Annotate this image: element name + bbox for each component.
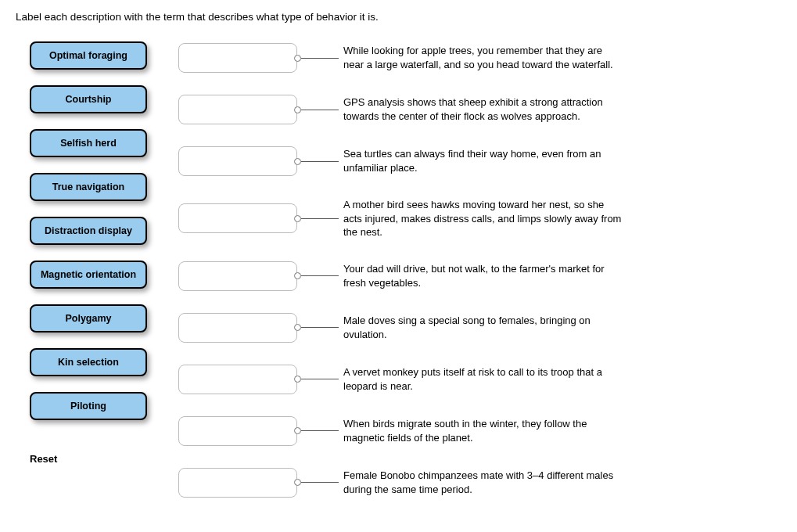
- connector-dot-icon: [294, 106, 301, 113]
- connector: [297, 479, 339, 486]
- connector-line-icon: [301, 58, 339, 59]
- match-row: GPS analysis shows that sheep exhibit a …: [178, 95, 781, 124]
- connector-line-icon: [301, 482, 339, 483]
- connector-dot-icon: [294, 324, 301, 331]
- description-text: Sea turtles can always find their way ho…: [339, 147, 625, 174]
- description-text: Male doves sing a special song to female…: [339, 314, 625, 341]
- drop-slot[interactable]: [178, 43, 297, 73]
- connector-line-icon: [301, 327, 339, 328]
- match-row: Sea turtles can always find their way ho…: [178, 146, 781, 176]
- description-text: A mother bird sees hawks moving toward h…: [339, 198, 625, 239]
- description-text: A vervet monkey puts itself at risk to c…: [339, 365, 625, 393]
- connector-dot-icon: [294, 376, 301, 383]
- reset-button[interactable]: Reset: [30, 453, 178, 465]
- matching-exercise: Label each description with the term tha…: [0, 0, 797, 513]
- connector-dot-icon: [294, 215, 301, 222]
- connector: [297, 158, 339, 165]
- drop-slot[interactable]: [178, 468, 297, 498]
- match-row: A mother bird sees hawks moving toward h…: [178, 198, 781, 239]
- term-chip[interactable]: Courtship: [30, 85, 147, 113]
- term-chip[interactable]: Distraction display: [30, 217, 147, 245]
- connector-dot-icon: [294, 427, 301, 434]
- drop-slot[interactable]: [178, 146, 297, 176]
- drop-slot[interactable]: [178, 95, 297, 124]
- connector-line-icon: [301, 379, 339, 379]
- connector: [297, 427, 339, 434]
- connector: [297, 376, 339, 383]
- connector-dot-icon: [294, 55, 301, 62]
- description-text: While looking for apple trees, you remem…: [339, 44, 625, 71]
- description-text: When birds migrate south in the winter, …: [339, 417, 625, 444]
- connector: [297, 324, 339, 331]
- description-text: Your dad will drive, but not walk, to th…: [339, 262, 625, 289]
- description-text: GPS analysis shows that sheep exhibit a …: [339, 95, 625, 123]
- drop-slot[interactable]: [178, 416, 297, 446]
- connector-line-icon: [301, 275, 339, 276]
- connector-line-icon: [301, 430, 339, 431]
- drop-slot[interactable]: [178, 365, 297, 394]
- connector-dot-icon: [294, 479, 301, 486]
- term-chip[interactable]: Optimal foraging: [30, 41, 147, 70]
- connector: [297, 55, 339, 62]
- match-row: When birds migrate south in the winter, …: [178, 416, 781, 446]
- term-chip[interactable]: Magnetic orientation: [30, 261, 147, 289]
- term-chip[interactable]: Piloting: [30, 392, 147, 420]
- term-chip[interactable]: True navigation: [30, 173, 147, 201]
- connector: [297, 106, 339, 113]
- connector-dot-icon: [294, 272, 301, 279]
- work-area: Optimal foraging Courtship Selfish herd …: [16, 41, 781, 498]
- description-text: Female Bonobo chimpanzees mate with 3–4 …: [339, 469, 625, 496]
- connector-line-icon: [301, 110, 339, 110]
- drop-slot[interactable]: [178, 261, 297, 291]
- question-prompt: Label each description with the term tha…: [16, 11, 781, 23]
- match-row: Male doves sing a special song to female…: [178, 313, 781, 343]
- match-row: While looking for apple trees, you remem…: [178, 43, 781, 73]
- connector-line-icon: [301, 161, 339, 162]
- description-column: While looking for apple trees, you remem…: [178, 41, 781, 498]
- term-chip[interactable]: Kin selection: [30, 348, 147, 376]
- match-row: Female Bonobo chimpanzees mate with 3–4 …: [178, 468, 781, 498]
- drop-slot[interactable]: [178, 203, 297, 233]
- term-chip[interactable]: Selfish herd: [30, 129, 147, 157]
- drop-slot[interactable]: [178, 313, 297, 343]
- match-row: A vervet monkey puts itself at risk to c…: [178, 365, 781, 394]
- match-row: Your dad will drive, but not walk, to th…: [178, 261, 781, 291]
- connector: [297, 272, 339, 279]
- connector-dot-icon: [294, 158, 301, 165]
- connector: [297, 215, 339, 222]
- term-column: Optimal foraging Courtship Selfish herd …: [16, 41, 178, 465]
- term-chip[interactable]: Polygamy: [30, 304, 147, 332]
- connector-line-icon: [301, 218, 339, 219]
